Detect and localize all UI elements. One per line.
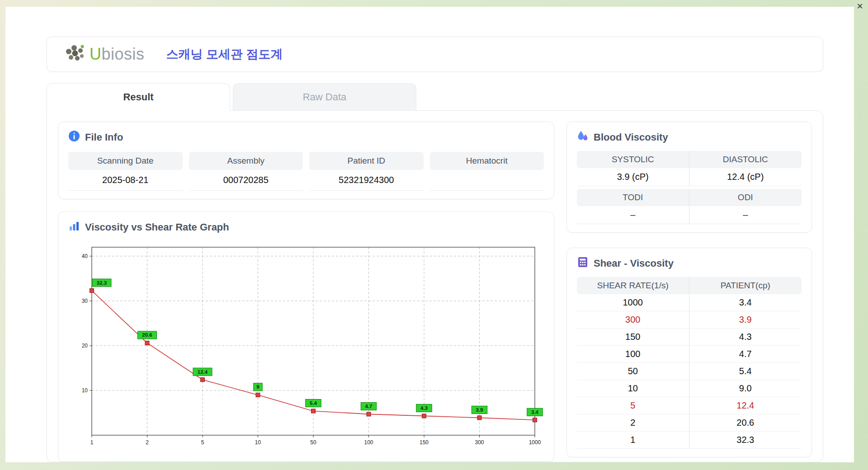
svg-text:4.7: 4.7: [365, 404, 373, 409]
chart-title: Viscosity vs Shear Rate Graph: [85, 221, 229, 233]
svg-text:50: 50: [310, 439, 316, 446]
shear-cell: 2: [577, 414, 689, 432]
field-value: 2025-08-21: [68, 170, 183, 191]
table-row: 150 4.3: [577, 329, 802, 346]
svg-text:10: 10: [255, 439, 261, 446]
shear-cell: 100: [577, 346, 689, 363]
field-value: 000720285: [189, 170, 303, 191]
table-row: 1 32.3: [577, 432, 802, 449]
header-card: Ubiosis 스캐닝 모세관 점도계: [47, 37, 823, 72]
patient-cell: 32.3: [689, 432, 802, 449]
blood-viscosity-title: Blood Viscosity: [594, 132, 668, 143]
svg-text:3.9: 3.9: [476, 407, 483, 413]
info-icon: [68, 130, 80, 145]
field-hematocrit: Hematocrit: [430, 152, 544, 191]
table-row: 100 4.7: [577, 346, 802, 363]
table-row: 300 3.9: [577, 311, 802, 329]
svg-text:10: 10: [82, 387, 88, 394]
svg-text:4.3: 4.3: [420, 405, 428, 411]
field-scanning-date: Scanning Date 2025-08-21: [68, 152, 183, 191]
systolic-header: SYSTOLIC: [577, 151, 689, 168]
chart-area: 102030401251050100150300100032.320.612.4…: [68, 239, 544, 453]
tab-bar: Result Raw Data: [47, 83, 823, 111]
svg-text:9: 9: [256, 384, 259, 390]
table-row: SYSTOLIC DIASTOLIC: [577, 151, 802, 168]
right-column: Blood Viscosity SYSTOLIC DIASTOLIC 3.9 (…: [566, 122, 812, 451]
svg-text:30: 30: [82, 298, 88, 304]
viscosity-chart: 102030401251050100150300100032.320.612.4…: [68, 239, 543, 451]
file-info-card: File Info Scanning Date 2025-08-21 Assem…: [58, 122, 554, 199]
svg-text:32.3: 32.3: [97, 280, 107, 286]
svg-text:2: 2: [146, 439, 149, 446]
svg-text:20.6: 20.6: [142, 332, 152, 338]
svg-text:1000: 1000: [529, 439, 541, 446]
odi-value: –: [689, 206, 802, 224]
shear-rate-column-header: SHEAR RATE(1/s): [577, 277, 689, 294]
shear-cell: 150: [577, 329, 689, 346]
left-column: File Info Scanning Date 2025-08-21 Assem…: [58, 122, 554, 451]
patient-cell: 4.7: [689, 346, 802, 363]
svg-text:5: 5: [201, 439, 204, 446]
field-value: [430, 170, 544, 191]
table-row: 3.9 (cP) 12.4 (cP): [577, 168, 802, 186]
field-value: 52321924300: [309, 170, 424, 191]
blood-viscosity-table: SYSTOLIC DIASTOLIC 3.9 (cP) 12.4 (cP) TO…: [577, 151, 802, 224]
patient-cell: 3.4: [689, 294, 802, 311]
logo-text-rest: biosis: [102, 45, 145, 63]
svg-text:12.4: 12.4: [198, 369, 208, 375]
logo-text-u: U: [90, 45, 102, 63]
patient-cell: 20.6: [689, 414, 802, 432]
field-label: Hematocrit: [430, 152, 544, 170]
shear-viscosity-card: Shear - Viscosity SHEAR RATE(1/s) PATIEN…: [566, 248, 812, 457]
svg-text:5.4: 5.4: [310, 400, 317, 406]
systolic-value: 3.9 (cP): [577, 168, 689, 186]
field-label: Scanning Date: [68, 152, 183, 170]
svg-text:100: 100: [364, 439, 373, 446]
bar-chart-icon: [68, 220, 80, 235]
patient-column-header: PATIENT(cp): [689, 277, 802, 294]
svg-text:300: 300: [475, 439, 484, 446]
chart-card: Viscosity vs Shear Rate Graph 1020304012…: [58, 212, 554, 462]
todi-value: –: [577, 206, 689, 224]
shear-cell: 5: [577, 397, 689, 414]
main-card: File Info Scanning Date 2025-08-21 Assem…: [47, 110, 823, 462]
svg-text:150: 150: [420, 439, 429, 446]
shear-cell: 1: [577, 432, 689, 449]
patient-cell: 4.3: [689, 329, 802, 346]
table-row: 1000 3.4: [577, 294, 802, 311]
tab-result[interactable]: Result: [47, 83, 230, 111]
field-label: Assembly: [189, 152, 303, 170]
table-row: – –: [577, 206, 802, 224]
patient-cell: 5.4: [689, 363, 802, 380]
svg-text:1: 1: [90, 439, 94, 446]
table-row: 10 9.0: [577, 380, 802, 397]
shear-cell: 1000: [577, 294, 689, 311]
field-patient-id: Patient ID 52321924300: [309, 152, 424, 191]
tab-raw-data[interactable]: Raw Data: [233, 83, 416, 111]
table-row: 50 5.4: [577, 363, 802, 380]
droplets-icon: [577, 130, 589, 145]
close-button[interactable]: ✕: [855, 1, 865, 11]
patient-cell: 9.0: [689, 380, 802, 397]
logo-text: Ubiosis: [90, 45, 145, 64]
diastolic-header: DIASTOLIC: [689, 151, 802, 168]
odi-header: ODI: [689, 189, 802, 206]
patient-cell: 12.4: [689, 397, 802, 414]
ubiosis-logo: Ubiosis: [65, 44, 145, 65]
logo-grapes-icon: [65, 44, 86, 65]
table-row: 2 20.6: [577, 414, 802, 432]
shear-cell: 50: [577, 363, 689, 380]
patient-cell: 3.9: [689, 311, 802, 329]
shear-viscosity-table: SHEAR RATE(1/s) PATIENT(cp) 1000 3.4 300…: [577, 277, 802, 449]
field-label: Patient ID: [309, 152, 424, 170]
table-row: TODI ODI: [577, 189, 802, 206]
shear-cell: 10: [577, 380, 689, 397]
diastolic-value: 12.4 (cP): [689, 168, 802, 186]
app-window: Ubiosis 스캐닝 모세관 점도계 Result Raw Data: [5, 7, 854, 462]
table-header-row: SHEAR RATE(1/s) PATIENT(cp): [577, 277, 802, 294]
app-title: 스캐닝 모세관 점도계: [166, 46, 283, 62]
svg-text:40: 40: [82, 253, 88, 259]
todi-header: TODI: [577, 189, 689, 206]
blood-viscosity-card: Blood Viscosity SYSTOLIC DIASTOLIC 3.9 (…: [566, 122, 812, 233]
shear-viscosity-title: Shear - Viscosity: [594, 258, 674, 269]
